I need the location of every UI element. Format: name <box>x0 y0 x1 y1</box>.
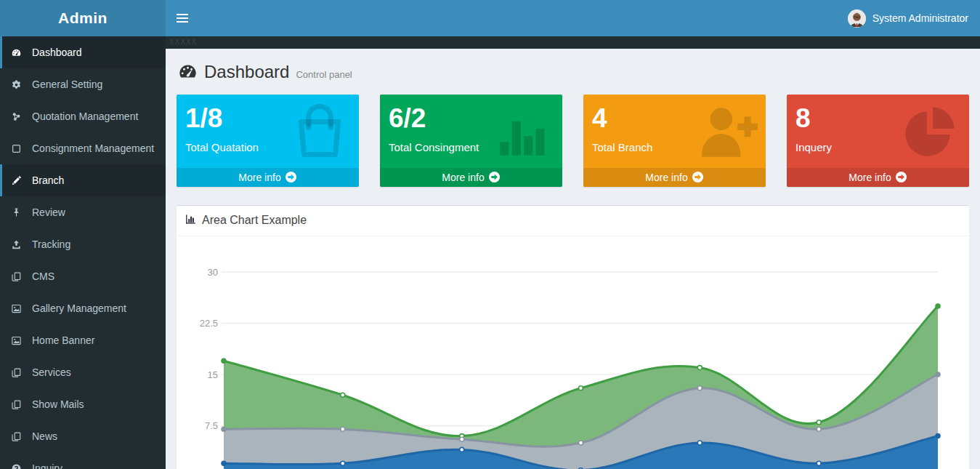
more-info-label: More info <box>442 172 484 183</box>
sidebar-item-home-banner[interactable]: Home Banner <box>0 324 166 356</box>
arrow-circle-right-icon <box>285 170 297 187</box>
sidebar-item-services[interactable]: Services <box>0 356 166 388</box>
info-box-total-quatation: 1/8Total QuatationMore info <box>177 95 359 187</box>
sidebar-item-show-mails[interactable]: Show Mails <box>0 388 166 420</box>
sidebar-item-label: CMS <box>32 270 54 282</box>
sidebar-item-label: Dashboard <box>32 47 82 58</box>
sidebar-item-review[interactable]: Review <box>0 196 166 228</box>
info-box-row: 1/8Total QuatationMore info6/2Total Cons… <box>177 95 969 187</box>
more-info-link-inquery[interactable]: More info <box>787 168 969 187</box>
sidebar-toggle-button[interactable] <box>166 0 199 36</box>
copy-icon <box>11 398 27 410</box>
top-header: Admin System Administrator <box>0 0 980 36</box>
bar-chart-icon <box>185 214 202 228</box>
watermark-text: XXXXX <box>166 36 980 49</box>
info-box-total-branch: 4Total BranchMore info <box>583 95 766 187</box>
info-box-inner: 4Total Branch <box>583 95 766 168</box>
chart-panel-header: Area Chart Example <box>177 206 969 236</box>
sidebar-item-label: Gallery Management <box>32 302 126 314</box>
copy-icon <box>11 270 27 282</box>
sidebar-item-news[interactable]: News <box>0 420 166 452</box>
page-header: Dashboard Control panel <box>178 62 968 84</box>
user-menu[interactable]: System Administrator <box>836 0 980 36</box>
sidebar-item-general-setting[interactable]: General Setting <box>0 68 166 100</box>
chart-panel-title: Area Chart Example <box>202 214 307 227</box>
sidebar-item-label: Review <box>32 207 65 218</box>
sidebar-item-label: Inquiry <box>32 462 62 469</box>
info-box-label: Inquery <box>795 141 960 153</box>
page-subtitle: Control panel <box>296 69 352 80</box>
sidebar-item-label: Consignment Management <box>32 143 154 154</box>
sidebar-item-quotation-management[interactable]: Quotation Management <box>0 100 166 132</box>
upload-icon <box>11 238 27 250</box>
copy-icon <box>11 366 27 378</box>
sidebar-item-branch[interactable]: Branch <box>0 164 166 196</box>
sidebar-item-inquiry[interactable]: Inquiry <box>0 452 166 469</box>
copy-icon <box>11 430 27 442</box>
user-name: System Administrator <box>872 12 968 24</box>
info-box-inner: 8Inquery <box>787 95 969 168</box>
info-box-inner: 6/2Total Consingment <box>380 95 562 168</box>
sidebar-item-label: General Setting <box>32 79 102 90</box>
avatar <box>848 9 866 28</box>
svg-text:15: 15 <box>208 369 218 380</box>
sidebar-item-label: Home Banner <box>32 334 94 346</box>
more-info-label: More info <box>849 172 891 183</box>
image-icon <box>11 334 27 346</box>
area-chart-panel: Area Chart Example 07.51522.530 <box>177 205 969 469</box>
svg-text:22.5: 22.5 <box>200 318 218 329</box>
info-box-inquery: 8InqueryMore info <box>787 95 969 187</box>
area-chart: 07.51522.530 <box>177 242 968 469</box>
arrow-circle-right-icon <box>895 170 907 187</box>
main-area: XXXXX Dashboard Control panel 1/8Total Q… <box>166 36 980 469</box>
info-box-label: Total Quatation <box>185 141 350 153</box>
sidebar-item-gallery-management[interactable]: Gallery Management <box>0 292 166 324</box>
info-box-value: 6/2 <box>389 103 554 135</box>
more-info-link-total-quatation[interactable]: More info <box>177 168 359 187</box>
sidebar-menu: DashboardGeneral SettingQuotation Manage… <box>0 36 166 469</box>
navbar: System Administrator <box>166 0 980 36</box>
sidebar-item-consignment-management[interactable]: Consignment Management <box>0 132 166 164</box>
pin-icon <box>11 207 27 218</box>
sidebar-item-label: Services <box>32 366 71 378</box>
more-info-link-total-consingment[interactable]: More info <box>380 168 562 187</box>
sidebar-item-label: Branch <box>32 175 64 186</box>
more-info-label: More info <box>238 172 280 183</box>
more-info-label: More info <box>645 172 687 183</box>
hamburger-icon <box>177 14 188 15</box>
arrow-circle-right-icon <box>692 170 704 187</box>
dashboard-icon <box>178 62 198 84</box>
info-box-value: 8 <box>795 103 960 135</box>
more-info-link-total-branch[interactable]: More info <box>583 168 766 187</box>
info-box-value: 1/8 <box>185 103 350 135</box>
square-icon <box>11 143 27 154</box>
sidebar: DashboardGeneral SettingQuotation Manage… <box>0 36 166 469</box>
image-icon <box>11 302 27 314</box>
info-box-total-consingment: 6/2Total ConsingmentMore info <box>380 95 562 187</box>
dashboard-icon <box>11 47 27 58</box>
chart-panel-body: 07.51522.530 <box>177 236 969 469</box>
info-box-value: 4 <box>592 103 757 135</box>
sidebar-item-label: Tracking <box>32 238 70 250</box>
pencil-icon <box>11 175 27 186</box>
sidebar-item-dashboard[interactable]: Dashboard <box>0 36 166 68</box>
svg-text:7.5: 7.5 <box>205 420 218 431</box>
arrow-circle-right-icon <box>488 170 501 187</box>
sidebar-item-label: Quotation Management <box>32 111 138 122</box>
share-icon <box>11 111 27 122</box>
question-icon <box>11 462 27 469</box>
page-title: Dashboard <box>204 62 289 82</box>
gear-icon <box>11 79 27 90</box>
info-box-label: Total Branch <box>592 141 757 153</box>
sidebar-item-label: Show Mails <box>32 398 84 410</box>
brand-logo[interactable]: Admin <box>0 0 166 36</box>
svg-text:30: 30 <box>208 266 218 277</box>
sidebar-item-cms[interactable]: CMS <box>0 260 166 292</box>
info-box-inner: 1/8Total Quatation <box>177 95 359 168</box>
info-box-label: Total Consingment <box>389 141 554 153</box>
content: Dashboard Control panel 1/8Total Quatati… <box>166 49 980 469</box>
sidebar-item-tracking[interactable]: Tracking <box>0 228 166 260</box>
sidebar-item-label: News <box>32 430 57 442</box>
